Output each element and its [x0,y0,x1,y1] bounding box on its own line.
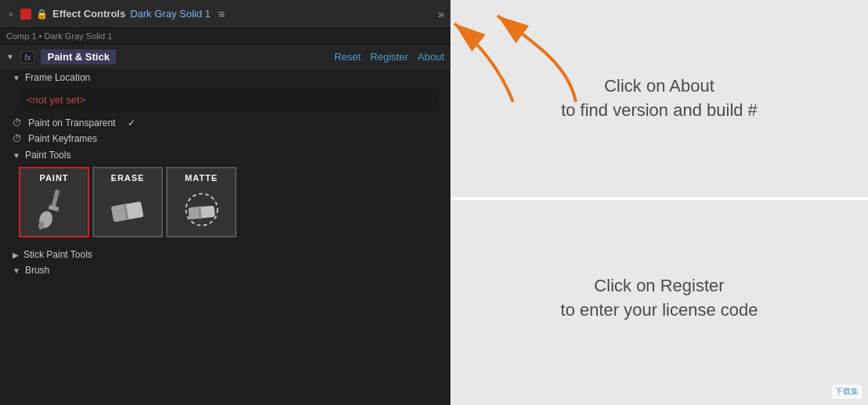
stopwatch-icon-2[interactable]: ⏱ [13,133,22,144]
stopwatch-icon-1[interactable]: ⏱ [13,118,22,128]
color-indicator [20,9,31,20]
register-instruction-box: Click on Register to enter your license … [450,200,868,405]
tools-grid: PAINT ERASE [19,167,444,237]
paint-tools-header: ▼ Paint Tools [13,150,444,161]
brush-label: Brush [25,265,49,276]
register-line2: to enter your license code [561,298,758,323]
paint-tool-icon [31,186,78,233]
stick-paint-triangle[interactable]: ▶ [13,251,19,259]
brush-triangle[interactable]: ▼ [13,266,20,275]
paint-keyframes-label: Paint Keyframes [28,133,97,144]
plugin-name-badge: Paint & Stick [41,49,115,64]
register-instruction-text: Click on Register to enter your license … [561,274,758,323]
paint-tools-triangle[interactable]: ▼ [13,151,20,160]
effect-controls-panel: × 🔒 Effect Controls Dark Gray Solid 1 ≡ … [0,0,450,405]
frame-location-value[interactable]: <not yet set> [19,89,438,110]
paint-on-transparent-row: ⏱ Paint on Transparent ✓ [0,115,450,131]
matte-tool-label: MATTE [185,173,218,183]
paint-on-transparent-label: Paint on Transparent [28,118,115,128]
brush-row: ▼ Brush [0,262,450,278]
about-line2: to find version and build # [561,99,758,123]
panel-title-accent: Dark Gray Solid 1 [130,8,211,20]
erase-tool-icon [104,186,151,233]
erase-tool-button[interactable]: ERASE [92,167,163,237]
eraser-icon [107,188,150,231]
paint-keyframes-row: ⏱ Paint Keyframes [0,131,450,146]
fx-badge: fx [20,51,35,63]
panel-title: Effect Controls [52,8,125,20]
erase-tool-label: ERASE [111,173,145,183]
close-button[interactable]: × [6,9,16,19]
about-instruction-text: Click on About to find version and build… [561,74,758,123]
frame-location-triangle[interactable]: ▼ [13,74,20,82]
reset-button[interactable]: Reset [335,51,361,63]
paint-tools-label: Paint Tools [25,150,71,161]
instructions-panel: Click on About to find version and build… [450,0,868,405]
expand-icon[interactable]: » [438,8,444,20]
fx-row: ▼ fx Paint & Stick Reset Register About [0,45,450,69]
stick-paint-tools-row: ▶ Stick Paint Tools [0,247,450,262]
watermark: 下载集 [832,385,862,399]
paint-on-transparent-check: ✓ [128,118,136,128]
paint-tools-section: ▼ Paint Tools PAINT [0,146,450,247]
paint-tool-button[interactable]: PAINT [19,167,89,237]
comp-subtitle: Comp 1 • Dark Gray Solid 1 [0,28,450,45]
about-button[interactable]: About [418,51,444,63]
register-line1: Click on Register [561,274,758,298]
menu-icon[interactable]: ≡ [219,8,225,20]
matte-icon [180,188,223,231]
panel-header: × 🔒 Effect Controls Dark Gray Solid 1 ≡ … [0,0,450,28]
brush-icon [33,188,76,231]
frame-location-row: ▼ Frame Location [0,69,450,86]
fx-actions: Reset Register About [335,51,444,63]
matte-tool-icon [178,186,225,233]
frame-location-label: Frame Location [25,72,90,83]
about-instruction-box: Click on About to find version and build… [450,0,868,200]
matte-tool-button[interactable]: MATTE [166,167,237,237]
stick-paint-tools-label: Stick Paint Tools [24,249,92,260]
register-button[interactable]: Register [371,51,408,63]
paint-tool-label: PAINT [39,173,68,183]
lock-icon: 🔒 [36,9,48,20]
about-line1: Click on About [561,74,758,99]
collapse-triangle[interactable]: ▼ [6,52,14,61]
